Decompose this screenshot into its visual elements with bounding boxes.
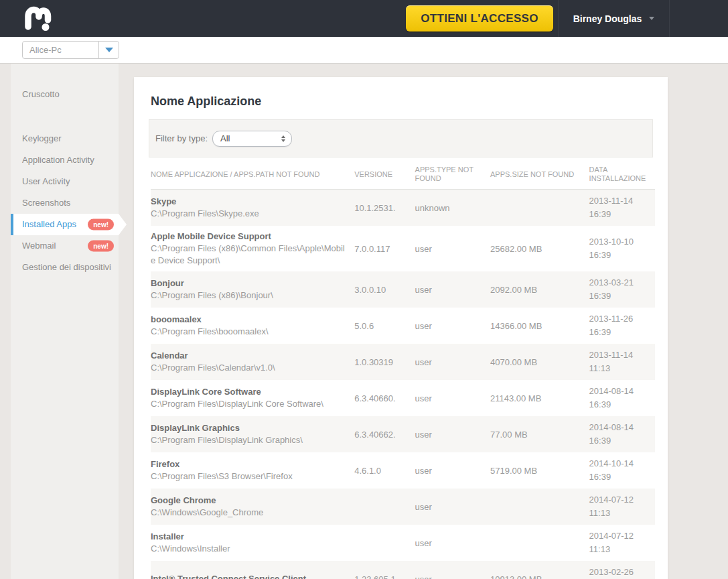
app-type: user xyxy=(415,308,490,344)
table-row: booomaalexC:\Program Files\booomaalex\5.… xyxy=(151,308,655,344)
install-date: 2014-10-1416:39 xyxy=(589,452,655,489)
app-version: 3.0.0.10 xyxy=(354,271,415,308)
device-bar: Alice-Pc xyxy=(0,37,728,64)
app-path: C:\Program Files\DisplayLink Graphics\ xyxy=(151,434,348,446)
sidebar-item-screenshots[interactable]: Screenshots xyxy=(11,192,119,214)
content-card: Nome Applicazione Filter by type: All NO… xyxy=(134,77,668,579)
app-size xyxy=(490,489,589,525)
app-version: 4.6.1.0 xyxy=(354,452,415,489)
sidebar-item-label: User Activity xyxy=(22,176,70,186)
apps-table: NOME APPLICAZIONE / APPS.PATH NOT FOUNDV… xyxy=(151,164,655,579)
install-date: 2013-11-2616:39 xyxy=(589,308,655,344)
app-name-cell: SkypeC:\Program Files\Skype.exe xyxy=(151,190,354,227)
app-type: unknown xyxy=(415,190,490,227)
sidebar-item-label: Application Activity xyxy=(22,155,94,165)
app-name: Google Chrome xyxy=(151,495,348,507)
app-path: C:\Program Files\S3 Browser\Firefox xyxy=(151,470,348,482)
table-header-row: NOME APPLICAZIONE / APPS.PATH NOT FOUNDV… xyxy=(151,164,655,190)
sidebar-item-keylogger[interactable]: Keylogger xyxy=(11,128,119,149)
app-name-cell: BonjourC:\Program Files (x86)\Bonjour\ xyxy=(151,271,354,308)
app-name-cell: DisplayLink GraphicsC:\Program Files\Dis… xyxy=(151,416,354,452)
install-date: 2013-11-1411:13 xyxy=(589,344,655,380)
select-stepper-icon xyxy=(281,135,285,142)
app-name: DisplayLink Core Software xyxy=(151,386,348,398)
column-header: VERSIONE xyxy=(354,164,415,190)
app-name: Bonjour xyxy=(151,277,348,290)
sidebar-item-installed-apps[interactable]: Installed Appsnew! xyxy=(11,214,119,235)
app-type: user xyxy=(415,525,490,561)
sidebar-item-label: Webmail xyxy=(22,241,56,251)
page-title: Nome Applicazione xyxy=(149,77,653,109)
app-type: user xyxy=(415,226,490,271)
app-version: 6.3.40660. xyxy=(354,380,415,416)
app-path: C:\Program Files\DisplayLink Core Softwa… xyxy=(151,398,348,410)
app-path: C:\Windows\Google_Chrome xyxy=(151,507,348,519)
filter-selected-value: All xyxy=(213,131,291,146)
sidebar-item-user-activity[interactable]: User Activity xyxy=(11,171,119,192)
filter-type-select[interactable]: All xyxy=(212,131,292,147)
left-gutter xyxy=(0,64,11,579)
app-name: DisplayLink Graphics xyxy=(151,422,348,434)
sidebar-item-cruscotto[interactable]: Cruscotto xyxy=(11,84,119,105)
column-header: APPS.SIZE NOT FOUND xyxy=(490,164,589,190)
table-row: Apple Mobile Device SupportC:\Program Fi… xyxy=(151,226,655,271)
app-path: C:\Program Files\Skype.exe xyxy=(151,208,348,220)
table-body: SkypeC:\Program Files\Skype.exe10.1.2531… xyxy=(151,190,655,579)
app-path: C:\Program Files (x86)\Common Files\Appl… xyxy=(151,243,348,267)
app-path: C:\Program Files (x86)\Bonjour\ xyxy=(151,290,348,302)
main-area: Nome Applicazione Filter by type: All NO… xyxy=(119,64,728,579)
install-date: 2013-03-2116:39 xyxy=(589,271,655,308)
app-size xyxy=(490,190,589,227)
app-type: user xyxy=(415,489,490,525)
sidebar-item-webmail[interactable]: Webmailnew! xyxy=(11,235,119,257)
sidebar-item-gestione-dei-dispositivi[interactable]: Gestione dei dispositivi xyxy=(11,257,119,278)
app-path: C:\Windows\Installer xyxy=(151,543,348,555)
app-version: 7.0.0.117 xyxy=(354,226,415,271)
mspy-logo-icon[interactable] xyxy=(22,5,57,33)
install-date: 2013-10-1016:39 xyxy=(589,226,655,271)
table-row: BonjourC:\Program Files (x86)\Bonjour\3.… xyxy=(151,271,655,308)
sidebar-item-label: Gestione dei dispositivi xyxy=(22,262,111,272)
install-date: 2013-11-1416:39 xyxy=(589,190,655,227)
app-size: 5719.00 MB xyxy=(490,452,589,489)
device-selector[interactable]: Alice-Pc xyxy=(22,41,119,59)
table-row: InstallerC:\Windows\Installeruser2014-07… xyxy=(151,525,655,561)
install-date: 2014-07-1211:13 xyxy=(589,489,655,525)
app-version: 10.1.2531. xyxy=(354,190,415,227)
app-version xyxy=(354,525,415,561)
app-size: 2092.00 MB xyxy=(490,271,589,308)
get-access-button[interactable]: OTTIENI L'ACCESSO xyxy=(406,5,553,31)
chevron-down-icon xyxy=(649,17,654,20)
app-name: Calendar xyxy=(151,350,348,362)
table-row: DisplayLink GraphicsC:\Program Files\Dis… xyxy=(151,416,655,452)
user-name: Birney Douglas xyxy=(573,13,642,24)
install-date: 2013-02-2616:39 xyxy=(589,561,655,579)
app-size: 25682.00 MB xyxy=(490,226,589,271)
sidebar-item-label: Keylogger xyxy=(22,133,62,143)
sidebar-menu: CruscottoKeyloggerApplication ActivityUs… xyxy=(11,64,119,579)
app-name-cell: InstallerC:\Windows\Installer xyxy=(151,525,354,561)
sidebar-item-application-activity[interactable]: Application Activity xyxy=(11,149,119,171)
top-header: OTTIENI L'ACCESSO Birney Douglas xyxy=(0,0,728,37)
page-body: CruscottoKeyloggerApplication ActivityUs… xyxy=(0,64,728,579)
app-type: user xyxy=(415,271,490,308)
app-name-cell: Intel® Trusted Connect Service Client xyxy=(151,561,354,579)
app-version: 6.3.40662. xyxy=(354,416,415,452)
column-header: APPS.TYPE NOT FOUND xyxy=(415,164,490,190)
device-dropdown-button[interactable] xyxy=(98,41,119,59)
new-badge: new! xyxy=(88,219,114,231)
app-type: user xyxy=(415,416,490,452)
table-row: FirefoxC:\Program Files\S3 Browser\Firef… xyxy=(151,452,655,489)
install-date: 2014-08-1416:39 xyxy=(589,380,655,416)
app-size xyxy=(490,525,589,561)
app-type: user xyxy=(415,344,490,380)
app-name: Intel® Trusted Connect Service Client xyxy=(151,573,348,579)
app-path: C:\Program Files\Calendar\v1.0\ xyxy=(151,362,348,374)
column-header: DATA INSTALLAZIONE xyxy=(589,164,655,190)
app-name-cell: Apple Mobile Device SupportC:\Program Fi… xyxy=(151,226,354,271)
app-name-cell: DisplayLink Core SoftwareC:\Program File… xyxy=(151,380,354,416)
app-version: 5.0.6 xyxy=(354,308,415,344)
user-menu[interactable]: Birney Douglas xyxy=(558,0,670,37)
app-name-cell: CalendarC:\Program Files\Calendar\v1.0\ xyxy=(151,344,354,380)
app-size: 21143.00 MB xyxy=(490,380,589,416)
